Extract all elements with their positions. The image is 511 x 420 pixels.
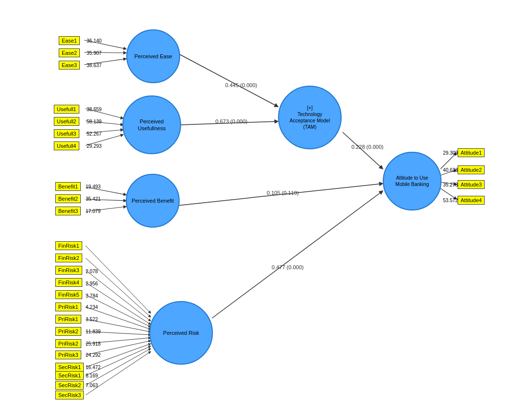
attitude3-box: Attitude3 <box>458 180 485 189</box>
tam-circle: [+]TechnologyAcceptance Model(TAM) <box>278 86 342 149</box>
finrisk5-value: 3.784 <box>86 293 98 299</box>
finrisk2-box: FinRisk2 <box>55 254 82 262</box>
attitude1-box: Attitude1 <box>458 148 485 157</box>
pririsk1-value: 4.234 <box>86 304 98 310</box>
ease1-box: Ease1 <box>59 36 80 45</box>
pririsk2-box: PriRisk2 <box>55 327 81 336</box>
ease2-value: 35.907 <box>87 50 102 56</box>
ease1-value: 36.140 <box>87 38 102 44</box>
benefit2-value: 35.421 <box>86 196 101 202</box>
benefit-circle: Perceived Benefit <box>126 174 180 228</box>
secrisk2-value: 7.063 <box>86 383 98 388</box>
svg-line-14 <box>212 191 383 318</box>
pririsk3-box: PriRisk3 <box>55 350 81 359</box>
svg-line-10 <box>179 54 278 107</box>
edge-ease-tam-label: 0.445 (0.000) <box>225 82 257 88</box>
pririsk1b-box: PriRisk1 <box>55 315 81 324</box>
benefit2-box: Benefit2 <box>55 194 81 203</box>
usefull1-value: 38.659 <box>87 107 102 112</box>
usefull2-value: 58.139 <box>87 119 102 124</box>
pririsk1b-value: 3.522 <box>86 317 98 322</box>
finrisk4-box: FinRisk4 <box>55 278 82 287</box>
finrisk5-box: FinRisk5 <box>55 290 82 299</box>
edge-benefit-attitude-label: 0.105 (0.119) <box>267 190 299 196</box>
secrisk1b-value: 8.169 <box>86 373 98 378</box>
attitude1-value: 29.300 <box>443 150 458 156</box>
edge-useful-tam-label: 0.673 (0.000) <box>215 118 247 124</box>
svg-line-19 <box>86 246 151 313</box>
attitude3-value: 35.278 <box>443 182 458 187</box>
ease3-value: 38.637 <box>87 63 102 68</box>
usefull4-value: 29.293 <box>87 143 102 149</box>
secrisk1b-box: SecRisk1 <box>55 371 84 380</box>
svg-line-23 <box>86 295 151 327</box>
usefull1-box: Usefull1 <box>54 105 79 114</box>
ease3-box: Ease3 <box>59 61 80 70</box>
ease2-box: Ease2 <box>59 48 80 57</box>
benefit3-box: Benefit3 <box>55 207 81 215</box>
edge-risk-attitude-label: 0.477 (0.000) <box>272 264 303 270</box>
usefull3-box: Usefull3 <box>54 129 79 138</box>
finrisk3-box: FinRisk3 <box>55 266 82 275</box>
usefull3-value: 52.267 <box>87 131 102 137</box>
attitude4-value: 53.572 <box>443 198 458 203</box>
usefull2-box: Usefull2 <box>54 117 79 126</box>
useful-circle: PerceivedUsefullness <box>122 95 181 154</box>
benefit3-value: 17.079 <box>86 209 101 214</box>
edge-tam-attitude-label: 0.228 (0.000) <box>351 144 383 150</box>
benefit1-value: 19.493 <box>86 184 101 189</box>
attitude-circle: Attitude to UseMobile Banking <box>383 152 441 210</box>
finrisk1-box: FinRisk1 <box>55 241 82 250</box>
finrisk4-value: 2.956 <box>86 281 98 286</box>
diagram: Ease1 Ease2 Ease3 36.140 35.907 38.637 P… <box>0 0 511 420</box>
pririsk2-value: 11.839 <box>86 329 101 334</box>
benefit1-box: Benefit1 <box>55 182 81 191</box>
secrisk1-value: 16.472 <box>86 365 101 370</box>
pririsk2b-box: PriRisk2 <box>55 339 81 348</box>
pririsk1-box: PriRisk1 <box>55 303 81 311</box>
secrisk1-box: SecRisk1 <box>55 363 84 372</box>
usefull4-box: Usefull4 <box>54 141 79 150</box>
svg-line-30 <box>86 346 151 375</box>
attitude2-value: 40.623 <box>443 167 458 173</box>
ease-circle: Perceived Ease <box>126 29 180 83</box>
pririsk3-value: 24.292 <box>86 352 101 358</box>
attitude4-box: Attitude4 <box>458 196 485 205</box>
attitude2-box: Attitude2 <box>458 165 485 174</box>
finrisk3-value: 2.078 <box>86 269 98 274</box>
secrisk2-box: SecRisk2 <box>55 381 84 390</box>
secrisk3-box: SecRisk3 <box>55 391 84 399</box>
svg-line-12 <box>343 132 383 169</box>
pririsk2b-value: 25.918 <box>86 341 101 347</box>
risk-circle: Perceived Risk <box>149 301 213 365</box>
